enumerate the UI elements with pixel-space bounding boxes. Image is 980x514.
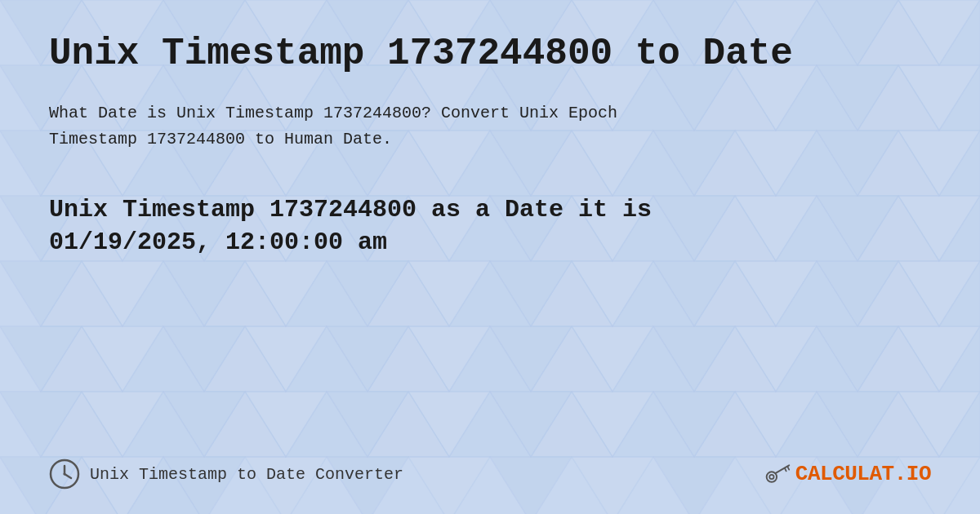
result-section: Unix Timestamp 1737244800 as a Date it i… [49,193,931,259]
footer: Unix Timestamp to Date Converter CALCULA… [49,459,931,490]
logo-text-main: CALCULAT [795,462,894,486]
calculat-logo-icon [764,461,791,487]
clock-icon [49,459,80,490]
svg-point-188 [769,475,773,479]
svg-line-191 [787,467,789,470]
footer-left: Unix Timestamp to Date Converter [49,459,403,490]
svg-line-190 [785,468,786,472]
page-description: What Date is Unix Timestamp 1737244800? … [49,100,784,153]
svg-point-186 [64,473,66,476]
page-title: Unix Timestamp 1737244800 to Date [49,33,931,76]
converter-label: Unix Timestamp to Date Converter [90,465,403,484]
result-line1: Unix Timestamp 1737244800 as a Date it i… [49,196,652,224]
description-line2: Timestamp 1737244800 to Human Date. [49,130,392,148]
description-line1: What Date is Unix Timestamp 1737244800? … [49,104,617,122]
result-text: Unix Timestamp 1737244800 as a Date it i… [49,193,866,259]
logo-text: CALCULAT.IO [795,462,931,486]
logo-area: CALCULAT.IO [764,461,931,487]
page-content: Unix Timestamp 1737244800 to Date What D… [0,0,980,514]
result-line2: 01/19/2025, 12:00:00 am [49,228,387,256]
logo-text-accent: .IO [894,462,931,486]
